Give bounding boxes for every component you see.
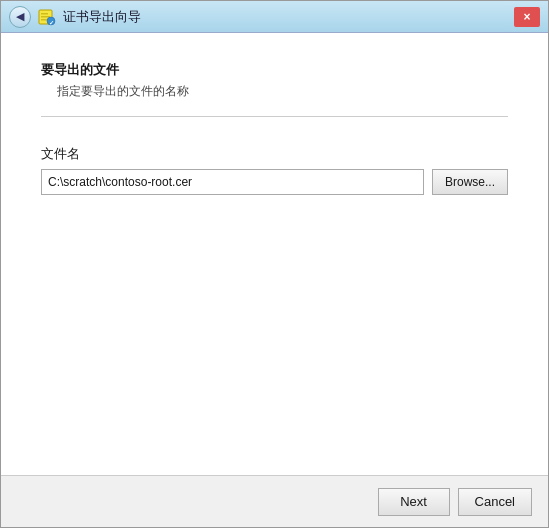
cancel-label: Cancel <box>475 494 515 509</box>
section-subtitle: 指定要导出的文件的名称 <box>57 83 508 100</box>
next-label: Next <box>400 494 427 509</box>
filename-label: 文件名 <box>41 145 508 163</box>
back-icon: ◀ <box>16 10 24 23</box>
footer: Next Cancel <box>1 475 548 527</box>
title-bar-left: ◀ ✓ 证书导出向导 <box>9 6 514 28</box>
browse-label: Browse... <box>445 175 495 189</box>
close-button[interactable]: × <box>514 7 540 27</box>
section-header: 要导出的文件 指定要导出的文件的名称 <box>41 61 508 100</box>
filename-input[interactable] <box>41 169 424 195</box>
content-area: 要导出的文件 指定要导出的文件的名称 文件名 Browse... <box>1 33 548 475</box>
filename-input-row: Browse... <box>41 169 508 195</box>
browse-button[interactable]: Browse... <box>432 169 508 195</box>
cancel-button[interactable]: Cancel <box>458 488 532 516</box>
svg-rect-3 <box>41 19 47 21</box>
section-title: 要导出的文件 <box>41 61 508 79</box>
svg-text:✓: ✓ <box>49 19 54 25</box>
back-button[interactable]: ◀ <box>9 6 31 28</box>
spacer <box>41 207 508 455</box>
close-icon: × <box>523 10 530 24</box>
divider <box>41 116 508 117</box>
wizard-icon: ✓ <box>37 7 57 27</box>
next-button[interactable]: Next <box>378 488 450 516</box>
title-bar: ◀ ✓ 证书导出向导 × <box>1 1 548 33</box>
wizard-window: ◀ ✓ 证书导出向导 × 要导出的文件 指定要导出的文件的名称 <box>0 0 549 528</box>
filename-field-row: 文件名 Browse... <box>41 145 508 195</box>
svg-rect-2 <box>41 16 50 18</box>
window-title: 证书导出向导 <box>63 8 141 26</box>
svg-rect-1 <box>41 13 48 15</box>
